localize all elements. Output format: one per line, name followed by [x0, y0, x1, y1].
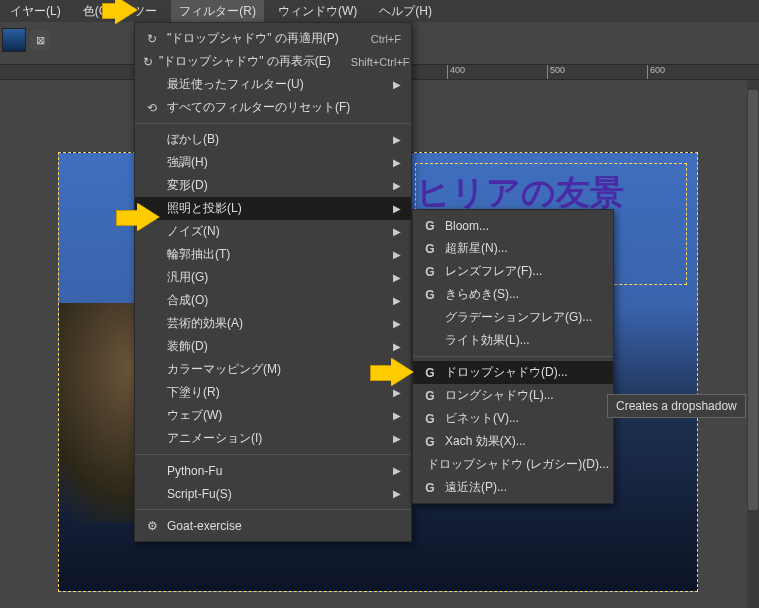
ruler-mark: 500 — [547, 65, 565, 79]
submenu-arrow-icon: ▶ — [377, 387, 401, 398]
menu-item-label: ドロップシャドウ (レガシー)(D)... — [421, 456, 609, 473]
submenu-arrow-icon: ▶ — [377, 272, 401, 283]
ruler-mark: 600 — [647, 65, 665, 79]
menu-separator — [135, 509, 411, 510]
menu-window[interactable]: ウィンドウ(W) — [270, 0, 365, 23]
gegl-icon: G — [421, 366, 439, 380]
vertical-scrollbar[interactable] — [747, 80, 759, 608]
menu-filter[interactable]: フィルター(R) — [171, 0, 264, 23]
close-tab-button[interactable]: ⊠ — [30, 30, 50, 50]
filter-menu-item[interactable]: Script-Fu(S)▶ — [135, 482, 411, 505]
filter-menu-item[interactable]: 汎用(G)▶ — [135, 266, 411, 289]
filter-menu-item[interactable]: ↻"ドロップシャドウ" の再適用(P)Ctrl+F — [135, 27, 411, 50]
filter-menu-item[interactable]: 装飾(D)▶ — [135, 335, 411, 358]
light-submenu-item[interactable]: Gビネット(V)... — [413, 407, 613, 430]
filter-menu-item[interactable]: ⚙Goat-exercise — [135, 514, 411, 537]
menu-item-label: ウェブ(W) — [161, 407, 377, 424]
submenu-arrow-icon: ▶ — [377, 180, 401, 191]
filter-menu-item[interactable]: 下塗り(R)▶ — [135, 381, 411, 404]
menu-item-label: Python-Fu — [161, 464, 377, 478]
menu-item-label: Goat-exercise — [161, 519, 401, 533]
submenu-arrow-icon: ▶ — [377, 157, 401, 168]
submenu-arrow-icon: ▶ — [377, 465, 401, 476]
filter-menu-item[interactable]: ノイズ(N)▶ — [135, 220, 411, 243]
gegl-icon: G — [421, 288, 439, 302]
menu-item-label: きらめき(S)... — [439, 286, 603, 303]
menu-item-label: Xach 効果(X)... — [439, 433, 603, 450]
menu-item-label: ライト効果(L)... — [439, 332, 603, 349]
filter-menu-item[interactable]: ⟲すべてのフィルターのリセット(F) — [135, 96, 411, 119]
light-submenu-item[interactable]: Gきらめき(S)... — [413, 283, 613, 306]
menu-item-label: 超新星(N)... — [439, 240, 603, 257]
light-submenu-item[interactable]: グラデーションフレア(G)... — [413, 306, 613, 329]
menu-item-label: 遠近法(P)... — [439, 479, 603, 496]
tooltip: Creates a dropshadow — [607, 394, 746, 418]
ruler-mark: 400 — [447, 65, 465, 79]
image-thumbnail[interactable] — [2, 28, 26, 52]
menu-item-label: 強調(H) — [161, 154, 377, 171]
scrollbar-handle[interactable] — [748, 90, 758, 510]
filter-menu-item[interactable]: アニメーション(I)▶ — [135, 427, 411, 450]
submenu-arrow-icon: ▶ — [377, 341, 401, 352]
menu-item-icon: ↻ — [143, 32, 161, 46]
menu-item-label: 汎用(G) — [161, 269, 377, 286]
menu-separator — [135, 454, 411, 455]
light-submenu-item[interactable]: Gロングシャドウ(L)... — [413, 384, 613, 407]
submenu-arrow-icon: ▶ — [377, 203, 401, 214]
menu-item-icon: ↻ — [143, 55, 153, 69]
submenu-arrow-icon: ▶ — [377, 488, 401, 499]
menu-color[interactable]: 色(C) — [75, 0, 120, 23]
menu-item-shortcut: Ctrl+F — [351, 33, 401, 45]
filter-menu-item[interactable]: 照明と投影(L)▶ — [135, 197, 411, 220]
light-submenu-item[interactable]: G超新星(N)... — [413, 237, 613, 260]
menu-separator — [135, 123, 411, 124]
light-submenu-item[interactable]: G遠近法(P)... — [413, 476, 613, 499]
menu-item-label: 変形(D) — [161, 177, 377, 194]
menu-item-icon: ⟲ — [143, 101, 161, 115]
menu-item-label: 合成(O) — [161, 292, 377, 309]
menu-item-label: ビネット(V)... — [439, 410, 603, 427]
gegl-icon: G — [421, 242, 439, 256]
light-submenu-item[interactable]: Gドロップシャドウ(D)... — [413, 361, 613, 384]
light-submenu-item[interactable]: GXach 効果(X)... — [413, 430, 613, 453]
gegl-icon: G — [421, 219, 439, 233]
filter-menu-item[interactable]: 合成(O)▶ — [135, 289, 411, 312]
gegl-icon: G — [421, 389, 439, 403]
submenu-arrow-icon: ▶ — [377, 79, 401, 90]
menu-item-label: アニメーション(I) — [161, 430, 377, 447]
filter-menu-item[interactable]: ウェブ(W)▶ — [135, 404, 411, 427]
menu-item-label: カラーマッピング(M) — [161, 361, 377, 378]
filter-menu-item[interactable]: 強調(H)▶ — [135, 151, 411, 174]
light-submenu-item[interactable]: ライト効果(L)... — [413, 329, 613, 352]
light-submenu-item[interactable]: Gレンズフレア(F)... — [413, 260, 613, 283]
menu-layer[interactable]: イヤー(L) — [2, 0, 69, 23]
filter-menu-item[interactable]: Python-Fu▶ — [135, 459, 411, 482]
filter-menu-item[interactable]: 輪郭抽出(T)▶ — [135, 243, 411, 266]
filter-menu-item[interactable]: ↻"ドロップシャドウ" の再表示(E)Shift+Ctrl+F — [135, 50, 411, 73]
menu-item-icon: ⚙ — [143, 519, 161, 533]
menu-item-label: "ドロップシャドウ" の再適用(P) — [161, 30, 351, 47]
menu-tools-truncated[interactable]: ツー — [125, 0, 165, 23]
menu-item-label: ドロップシャドウ(D)... — [439, 364, 603, 381]
menu-item-label: レンズフレア(F)... — [439, 263, 603, 280]
filter-menu-item[interactable]: 最近使ったフィルター(U)▶ — [135, 73, 411, 96]
light-submenu-item[interactable]: ドロップシャドウ (レガシー)(D)... — [413, 453, 613, 476]
menu-item-label: Bloom... — [439, 219, 603, 233]
submenu-arrow-icon: ▶ — [377, 364, 401, 375]
submenu-arrow-icon: ▶ — [377, 410, 401, 421]
menu-item-label: Script-Fu(S) — [161, 487, 377, 501]
menu-item-label: すべてのフィルターのリセット(F) — [161, 99, 401, 116]
filter-menu-item[interactable]: ぼかし(B)▶ — [135, 128, 411, 151]
menu-item-label: 輪郭抽出(T) — [161, 246, 377, 263]
light-submenu-item[interactable]: GBloom... — [413, 214, 613, 237]
menu-item-label: ノイズ(N) — [161, 223, 377, 240]
filter-menu-item[interactable]: 変形(D)▶ — [135, 174, 411, 197]
filter-menu-item[interactable]: カラーマッピング(M)▶ — [135, 358, 411, 381]
submenu-arrow-icon: ▶ — [377, 134, 401, 145]
menu-item-label: 装飾(D) — [161, 338, 377, 355]
menu-item-label: グラデーションフレア(G)... — [439, 309, 603, 326]
menubar: イヤー(L) 色(C) ツー フィルター(R) ウィンドウ(W) ヘルプ(H) — [0, 0, 759, 22]
menu-help[interactable]: ヘルプ(H) — [371, 0, 440, 23]
filter-menu-item[interactable]: 芸術的効果(A)▶ — [135, 312, 411, 335]
menu-item-label: 芸術的効果(A) — [161, 315, 377, 332]
